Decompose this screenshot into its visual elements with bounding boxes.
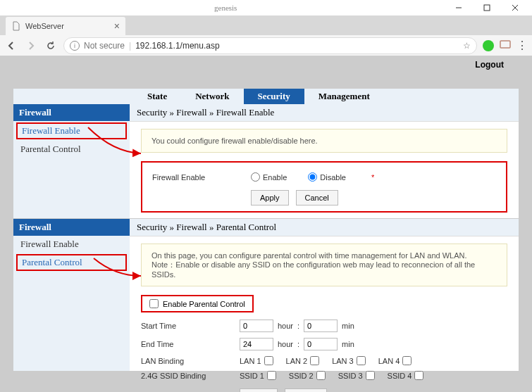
url-text: 192.168.1.1/menu.asp bbox=[135, 41, 459, 51]
close-window-button[interactable] bbox=[501, 0, 529, 15]
sidebar-header-2: Firewall bbox=[13, 219, 130, 236]
tab-close-icon[interactable]: × bbox=[114, 20, 120, 32]
not-secure-label: Not secure bbox=[84, 41, 125, 51]
lan3-checkbox[interactable]: LAN 3 bbox=[332, 356, 366, 365]
browser-tab[interactable]: WebServer × bbox=[6, 17, 125, 35]
cancel-button[interactable]: Cancel bbox=[296, 190, 338, 206]
start-min-input[interactable] bbox=[304, 320, 338, 332]
info-box: You could configure firewall enable/disa… bbox=[141, 129, 507, 153]
end-time-label: End Time bbox=[141, 340, 240, 348]
ssid3-checkbox[interactable]: SSID 3 bbox=[338, 371, 375, 380]
svg-rect-1 bbox=[484, 5, 490, 11]
sidebar-2: Firewall Firewall Enable Parental Contro… bbox=[13, 219, 130, 371]
ssid2-checkbox[interactable]: SSID 2 bbox=[289, 371, 326, 380]
lan-binding-label: LAN Binding bbox=[141, 357, 240, 365]
lan2-checkbox[interactable]: LAN 2 bbox=[286, 356, 320, 365]
enable-parental-control-checkbox[interactable] bbox=[149, 299, 159, 308]
lan4-checkbox[interactable]: LAN 4 bbox=[378, 356, 412, 365]
required-asterisk: * bbox=[371, 173, 374, 182]
radio-enable[interactable]: Enable bbox=[251, 172, 287, 182]
tab-network[interactable]: Network bbox=[181, 89, 243, 104]
cancel-button-2[interactable]: Cancel bbox=[285, 388, 327, 392]
panel-parental-control: Firewall Firewall Enable Parental Contro… bbox=[13, 218, 519, 372]
page-content: Logout State Network Security Management… bbox=[0, 56, 532, 392]
firewall-form: Firewall Enable Enable Disable * Apply C… bbox=[141, 161, 507, 213]
app-name: genesis bbox=[214, 4, 237, 12]
breadcrumb-2: Security » Firewall » Parental Control bbox=[130, 219, 519, 236]
enable-parental-control-row: Enable Parental Control bbox=[141, 295, 254, 312]
firewall-enable-label: Firewall Enable bbox=[152, 173, 251, 182]
menu-icon[interactable]: ⋮ bbox=[516, 39, 528, 52]
lan1-checkbox[interactable]: LAN 1 bbox=[240, 356, 273, 365]
url-field[interactable]: i Not secure | 192.168.1.1/menu.asp ☆ bbox=[63, 37, 477, 54]
ssid-binding-label: 2.4G SSID Binding bbox=[141, 372, 240, 380]
annotation-arrow-1 bbox=[85, 124, 148, 161]
ssid4-checkbox[interactable]: SSID 4 bbox=[388, 371, 424, 380]
site-info-icon[interactable]: i bbox=[70, 41, 80, 51]
minimize-button[interactable] bbox=[445, 0, 473, 15]
back-button[interactable] bbox=[4, 39, 18, 53]
enable-parental-control-label: Enable Parental Control bbox=[163, 300, 245, 308]
info-box-2: On this page, you can configure parental… bbox=[141, 244, 507, 286]
sidebar-item-firewall-enable-2[interactable]: Firewall Enable bbox=[13, 236, 130, 253]
tab-title: WebServer bbox=[25, 22, 64, 30]
extension-icon-2[interactable] bbox=[500, 40, 511, 51]
end-min-input[interactable] bbox=[304, 338, 338, 350]
tab-management[interactable]: Management bbox=[304, 89, 384, 104]
logout-link[interactable]: Logout bbox=[475, 60, 504, 70]
apply-button-2[interactable]: Apply bbox=[240, 388, 278, 392]
breadcrumb: Security » Firewall » Firewall Enable bbox=[130, 104, 519, 122]
reload-button[interactable] bbox=[44, 39, 58, 53]
page-icon bbox=[11, 21, 21, 31]
star-icon[interactable]: ☆ bbox=[463, 41, 471, 51]
apply-button[interactable]: Apply bbox=[251, 190, 289, 206]
start-time-label: Start Time bbox=[141, 322, 240, 330]
browser-addressbar: i Not secure | 192.168.1.1/menu.asp ☆ ⋮ bbox=[0, 35, 532, 56]
radio-disable[interactable]: Disable bbox=[308, 172, 346, 182]
annotation-arrow-2 bbox=[90, 255, 147, 285]
svg-rect-4 bbox=[500, 41, 510, 48]
ssid1-checkbox[interactable]: SSID 1 bbox=[240, 371, 276, 380]
tab-security[interactable]: Security bbox=[244, 89, 304, 104]
tab-state[interactable]: State bbox=[133, 89, 181, 104]
forward-button[interactable] bbox=[24, 39, 38, 53]
sidebar-header: Firewall bbox=[13, 104, 130, 121]
top-nav: State Network Security Management bbox=[13, 89, 519, 104]
window-titlebar: genesis bbox=[0, 0, 532, 15]
start-hour-input[interactable] bbox=[240, 320, 273, 332]
content-area-2: Security » Firewall » Parental Control O… bbox=[130, 219, 519, 371]
browser-tabbar: WebServer × bbox=[0, 15, 532, 35]
extension-icon[interactable] bbox=[483, 40, 494, 51]
maximize-button[interactable] bbox=[473, 0, 501, 15]
end-hour-input[interactable] bbox=[240, 338, 273, 350]
